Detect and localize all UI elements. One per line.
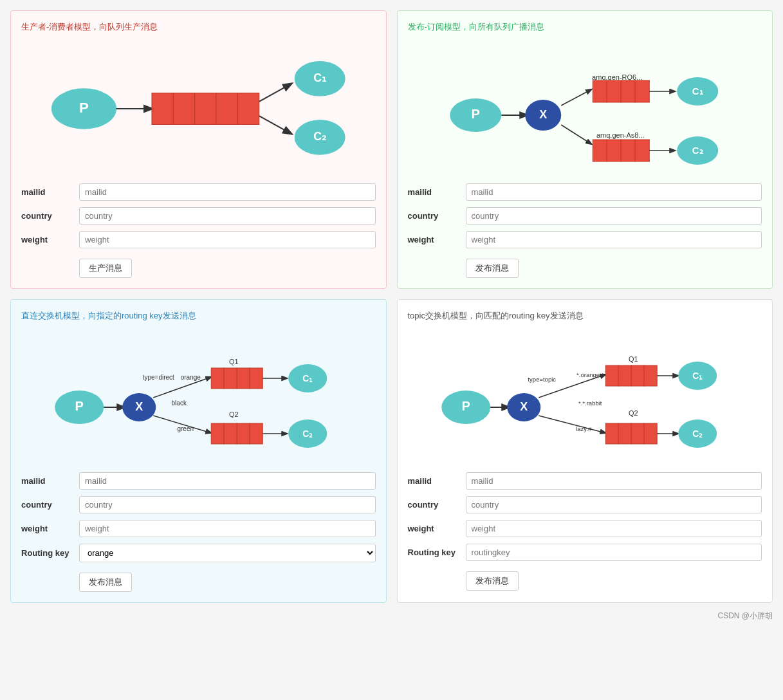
mailid-input-4[interactable]	[466, 472, 762, 490]
mailid-label-4: mailid	[408, 476, 466, 486]
weight-label-2: weight	[408, 235, 466, 244]
country-input-4[interactable]	[466, 496, 762, 513]
svg-rect-30	[635, 140, 649, 161]
svg-rect-56	[237, 423, 250, 444]
topic-exchange-panel: topic交换机模型，向匹配的routing key发送消息 Q1 Q2 typ…	[397, 299, 773, 603]
svg-text:amq.gen-As8...: amq.gen-As8...	[596, 131, 644, 139]
publish-subscribe-panel: 发布-订阅模型，向所有队列广播消息 P X amq.gen-RQ6...	[397, 10, 773, 289]
svg-text:C₂: C₂	[302, 428, 313, 439]
svg-rect-51	[224, 368, 237, 389]
svg-rect-6	[216, 93, 237, 125]
svg-rect-52	[237, 368, 250, 389]
mailid-label-3: mailid	[21, 476, 79, 486]
mailid-row-1: mailid	[21, 183, 376, 201]
weight-input-1[interactable]	[79, 231, 376, 248]
footer-text: CSDN @小胖胡	[717, 611, 773, 620]
diagram-direct: Q1 Q2 type=direct orange black green P X	[21, 333, 376, 462]
country-label-1: country	[21, 211, 79, 221]
mailid-input-2[interactable]	[466, 183, 762, 201]
svg-rect-57	[250, 423, 263, 444]
svg-text:*.orange.*: *.orange.*	[576, 371, 604, 378]
mailid-label-2: mailid	[408, 187, 466, 197]
svg-text:*.*.rabbit: *.*.rabbit	[578, 400, 602, 407]
svg-rect-81	[605, 423, 618, 444]
svg-text:C₁: C₁	[692, 86, 703, 97]
direct-exchange-panel: 直连交换机模型，向指定的routing key发送消息 Q1 Q2 type=d…	[10, 299, 387, 603]
publish-button-2[interactable]: 发布消息	[466, 259, 519, 278]
svg-text:type=direct: type=direct	[143, 374, 174, 381]
weight-row-2: weight	[408, 231, 762, 248]
mailid-input-1[interactable]	[79, 183, 376, 201]
panel-title-2: 发布-订阅模型，向所有队列广播消息	[408, 21, 762, 37]
svg-rect-78	[618, 365, 631, 386]
svg-rect-4	[173, 93, 194, 125]
panel-title-4: topic交换机模型，向匹配的routing key发送消息	[408, 310, 762, 326]
svg-rect-3	[152, 93, 173, 125]
svg-text:C₁: C₁	[692, 371, 703, 381]
svg-text:orange: orange	[181, 374, 201, 381]
country-row-2: country	[408, 207, 762, 225]
weight-input-4[interactable]	[466, 520, 762, 537]
mailid-input-3[interactable]	[79, 472, 376, 490]
svg-text:P: P	[75, 399, 84, 413]
weight-row-1: weight	[21, 231, 376, 248]
publish-button-3[interactable]: 发布消息	[79, 573, 132, 592]
svg-text:P: P	[471, 107, 479, 121]
svg-text:P: P	[79, 100, 89, 116]
svg-text:X: X	[135, 400, 143, 413]
svg-line-9	[259, 116, 291, 134]
routing-key-row-4: Routing key	[408, 544, 762, 561]
routing-key-label-4: Routing key	[408, 548, 466, 557]
svg-rect-27	[593, 140, 607, 161]
svg-rect-80	[644, 365, 657, 386]
routing-key-input-4[interactable]	[466, 544, 762, 561]
weight-row-3: weight	[21, 520, 376, 537]
weight-row-4: weight	[408, 520, 762, 537]
svg-rect-28	[607, 140, 621, 161]
country-input-1[interactable]	[79, 207, 376, 225]
svg-line-22	[561, 125, 591, 144]
country-label-4: country	[408, 500, 466, 510]
svg-rect-82	[618, 423, 631, 444]
svg-rect-55	[224, 423, 237, 444]
country-label-2: country	[408, 211, 466, 221]
weight-input-2[interactable]	[466, 231, 762, 248]
svg-rect-54	[211, 423, 224, 444]
country-input-3[interactable]	[79, 496, 376, 513]
svg-rect-50	[211, 368, 224, 389]
diagram-topic-svg: Q1 Q2 type=topic *.orange.* *.*.rabbit l…	[408, 333, 762, 462]
routing-key-select-3[interactable]: orange black green	[79, 544, 376, 562]
panel-title-3: 直连交换机模型，向指定的routing key发送消息	[21, 310, 376, 326]
diagram-pc: P C₁ C₂	[21, 44, 376, 173]
producer-consumer-panel: 生产者-消费者模型，向队列生产消息 P	[10, 10, 387, 289]
svg-text:Q2: Q2	[628, 409, 638, 417]
weight-input-3[interactable]	[79, 520, 376, 537]
main-grid: 生产者-消费者模型，向队列生产消息 P	[10, 10, 773, 603]
mailid-row-2: mailid	[408, 183, 762, 201]
produce-button[interactable]: 生产消息	[79, 259, 132, 278]
svg-rect-79	[631, 365, 644, 386]
mailid-row-4: mailid	[408, 472, 762, 490]
svg-text:type=topic: type=topic	[528, 376, 556, 383]
svg-text:C₁: C₁	[302, 373, 313, 383]
svg-line-76	[539, 416, 605, 433]
svg-rect-83	[631, 423, 644, 444]
routing-key-label-3: Routing key	[21, 548, 79, 558]
svg-text:C₂: C₂	[313, 130, 326, 143]
svg-text:green: green	[177, 425, 194, 432]
svg-text:C₁: C₁	[313, 71, 326, 84]
country-row-3: country	[21, 496, 376, 513]
country-input-2[interactable]	[466, 207, 762, 225]
diagram-topic: Q1 Q2 type=topic *.orange.* *.*.rabbit l…	[408, 333, 762, 462]
svg-text:Q1: Q1	[229, 358, 239, 365]
svg-text:P: P	[461, 399, 470, 413]
publish-button-4[interactable]: 发布消息	[466, 571, 519, 591]
svg-rect-25	[621, 80, 635, 102]
svg-text:C₂: C₂	[692, 145, 703, 156]
country-row-4: country	[408, 496, 762, 513]
svg-rect-7	[237, 93, 259, 125]
svg-text:C₂: C₂	[692, 428, 703, 439]
diagram-ps-svg: P X amq.gen-RQ6... amq.gen-As8...	[408, 44, 762, 173]
svg-rect-24	[607, 80, 621, 102]
weight-label-4: weight	[408, 524, 466, 533]
